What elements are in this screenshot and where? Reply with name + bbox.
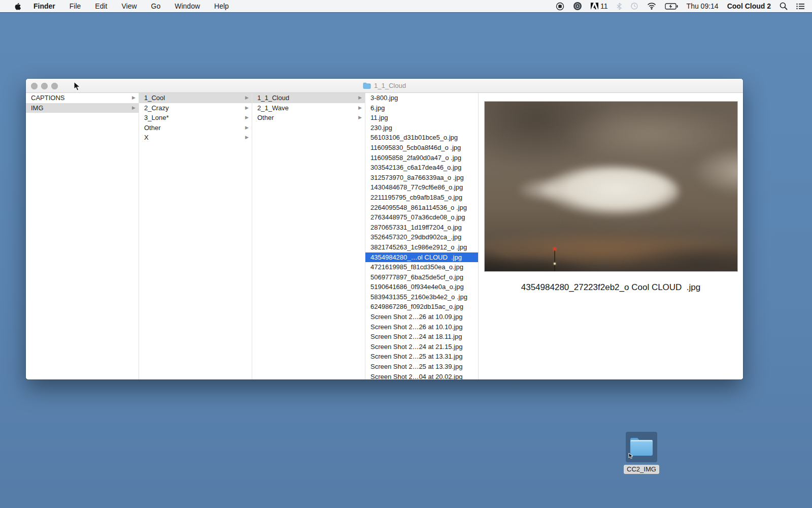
file-row-label: Screen Shot 2…24 at 21.15.jpg (370, 343, 462, 351)
folder-row[interactable]: IMG▶ (26, 103, 139, 113)
file-row-label: 2264095548_861a114536_o .jpg (370, 204, 467, 211)
spotlight-search-icon[interactable] (780, 2, 788, 10)
notification-center-icon[interactable] (796, 3, 805, 10)
file-row[interactable]: 2211195795_cb9afb18a5_o.jpg (365, 193, 478, 203)
folder-row-label: 2_Crazy (144, 104, 168, 112)
desktop-icon-label: CC2_IMG (624, 465, 659, 474)
file-row[interactable]: 312573970_8a766339aa_o .jpg (365, 173, 478, 183)
folder-row[interactable]: Other▶ (252, 113, 365, 123)
file-row[interactable]: 230.jpg (365, 123, 478, 133)
folder-row[interactable]: CAPTIONS▶ (26, 93, 139, 103)
menu-item[interactable]: Edit (88, 0, 114, 12)
fast-user-switch[interactable]: Cool Cloud 2 (727, 2, 771, 10)
window-title-text: 1_1_Cloud (374, 82, 406, 89)
file-row-label: 4354984280_…ol CLOUD .jpg (370, 253, 462, 261)
file-row[interactable]: 5190641686_0f934e4e0a_o.jpg (365, 282, 478, 292)
bluetooth-icon[interactable] (617, 3, 622, 10)
file-row-label: 2211195795_cb9afb18a5_o.jpg (370, 194, 462, 201)
apple-menu[interactable] (9, 2, 26, 11)
file-row[interactable]: Screen Shot 2…24 at 18.11.jpg (365, 332, 478, 342)
finder-window: 1_1_Cloud CAPTIONS▶IMG▶ 1_Cool▶2_Crazy▶3… (26, 79, 743, 379)
file-row[interactable]: 116095830_5cb0a8f46d_o .jpg (365, 143, 478, 153)
file-row-label: 2870657331_1d19ff7204_o.jpg (370, 224, 462, 231)
file-row[interactable]: Screen Shot 2…26 at 10.09.jpg (365, 312, 478, 322)
folder-row-label: Other (257, 114, 274, 121)
chevron-right-icon: ▶ (358, 103, 362, 113)
camera-app-icon[interactable] (573, 2, 582, 11)
menu-item[interactable]: Help (207, 0, 236, 12)
chevron-right-icon: ▶ (358, 113, 362, 123)
file-row[interactable]: 2870657331_1d19ff7204_o.jpg (365, 223, 478, 233)
file-row-label: 1430484678_77c9cf6e86_o.jpg (370, 183, 463, 191)
file-row[interactable]: 4721619985_f81cd350ea_o.jpg (365, 262, 478, 272)
file-row-label: 303542136_c6a17dea46_o.jpg (370, 164, 461, 171)
file-row[interactable]: Screen Shot 2…26 at 10.10.jpg (365, 322, 478, 332)
file-row[interactable]: 4354984280_…ol CLOUD .jpg (365, 252, 478, 263)
file-row[interactable]: 2264095548_861a114536_o .jpg (365, 203, 478, 213)
file-row-label: 2763448975_07a36cde08_o.jpg (370, 213, 465, 221)
column-2: 1_Cool▶2_Crazy▶3_Lone*▶Other▶X▶ (139, 93, 252, 379)
chevron-right-icon: ▶ (358, 93, 362, 103)
file-row[interactable]: Screen Shot 2…25 at 13.39.jpg (365, 362, 478, 372)
wifi-icon[interactable] (647, 3, 656, 10)
file-row-label: 11.jpg (370, 114, 388, 121)
chevron-right-icon: ▶ (132, 103, 136, 113)
menu-item[interactable]: Go (144, 0, 168, 12)
minimize-button[interactable] (41, 83, 48, 89)
file-row-label: 3526457320_29dbd902ca_.jpg (370, 233, 461, 241)
menu-item[interactable]: Finder (26, 0, 62, 12)
menu-item[interactable]: File (62, 0, 88, 12)
file-row-label: 3-800.jpg (370, 94, 398, 102)
file-row[interactable]: 5839431355_2160e3b4e2_o .jpg (365, 292, 478, 302)
preview-image[interactable] (485, 102, 737, 271)
window-title: 1_1_Cloud (363, 82, 406, 89)
file-row[interactable]: 116095858_2fa90d0a47_o .jpg (365, 153, 478, 163)
menu-item[interactable]: Window (167, 0, 207, 12)
file-row[interactable]: Screen Shot 2…04 at 20.02.jpg (365, 372, 478, 379)
file-row[interactable]: 11.jpg (365, 113, 478, 123)
adobe-icon[interactable]: 11 (591, 2, 608, 10)
menu-bar-clock[interactable]: Thu 09:14 (687, 2, 719, 10)
file-row[interactable]: Screen Shot 2…25 at 13.31.jpg (365, 352, 478, 362)
time-machine-icon[interactable] (630, 2, 638, 10)
column-1: CAPTIONS▶IMG▶ (26, 93, 139, 379)
menu-item[interactable]: View (114, 0, 144, 12)
file-row-label: 6.jpg (370, 104, 385, 112)
file-row[interactable]: 3-800.jpg (365, 93, 478, 103)
file-row[interactable]: 5069777897_6ba25de5cf_o.jpg (365, 272, 478, 282)
folder-row[interactable]: Other▶ (139, 123, 252, 133)
file-row-label: 6249867286_f092db15ac_o.jpg (370, 303, 463, 310)
mouse-cursor (74, 81, 81, 92)
file-row[interactable]: 2763448975_07a36cde08_o.jpg (365, 212, 478, 223)
file-row[interactable]: 303542136_c6a17dea46_o.jpg (365, 163, 478, 173)
zoom-button[interactable] (51, 83, 58, 89)
file-row[interactable]: 56103106_d31b01bce5_o.jpg (365, 133, 478, 143)
battery-charging-icon[interactable] (665, 3, 678, 10)
menu-bar-status: 11 Thu 09:14 Cool Cloud 2 (556, 2, 812, 11)
file-row[interactable]: Screen Shot 2…24 at 21.15.jpg (365, 342, 478, 352)
folder-row-label: X (144, 134, 149, 141)
folder-row[interactable]: X▶ (139, 133, 252, 143)
folder-row[interactable]: 1_Cool▶ (139, 93, 252, 103)
folder-row[interactable]: 1_1_Cloud▶ (252, 93, 365, 103)
file-row-label: Screen Shot 2…24 at 18.11.jpg (370, 333, 462, 340)
file-row-label: 5190641686_0f934e4e0a_o.jpg (370, 283, 464, 291)
file-row[interactable]: 6.jpg (365, 103, 478, 113)
file-row[interactable]: 3526457320_29dbd902ca_.jpg (365, 232, 478, 242)
desktop: { "colors": { "desktop_blue": "#5b84b1",… (0, 0, 812, 508)
folder-row[interactable]: 2_1_Wave▶ (252, 103, 365, 113)
file-row-label: 56103106_d31b01bce5_o.jpg (370, 134, 458, 141)
screen-record-stop-icon[interactable] (556, 2, 564, 11)
alias-arrow-badge (628, 453, 634, 459)
folder-row[interactable]: 2_Crazy▶ (139, 103, 252, 113)
desktop-icon-cc2-img[interactable]: CC2_IMG (624, 432, 659, 474)
close-button[interactable] (31, 83, 38, 89)
folder-row-label: IMG (31, 104, 44, 112)
file-row[interactable]: 1430484678_77c9cf6e86_o.jpg (365, 182, 478, 193)
folder-row[interactable]: 3_Lone*▶ (139, 113, 252, 123)
file-row[interactable]: 6249867286_f092db15ac_o.jpg (365, 302, 478, 312)
file-row-label: 116095858_2fa90d0a47_o .jpg (370, 154, 461, 162)
window-titlebar[interactable]: 1_1_Cloud (26, 79, 743, 93)
file-row-label: Screen Shot 2…26 at 10.10.jpg (370, 323, 462, 331)
file-row[interactable]: 3821745263_1c986e2912_o .jpg (365, 242, 478, 252)
